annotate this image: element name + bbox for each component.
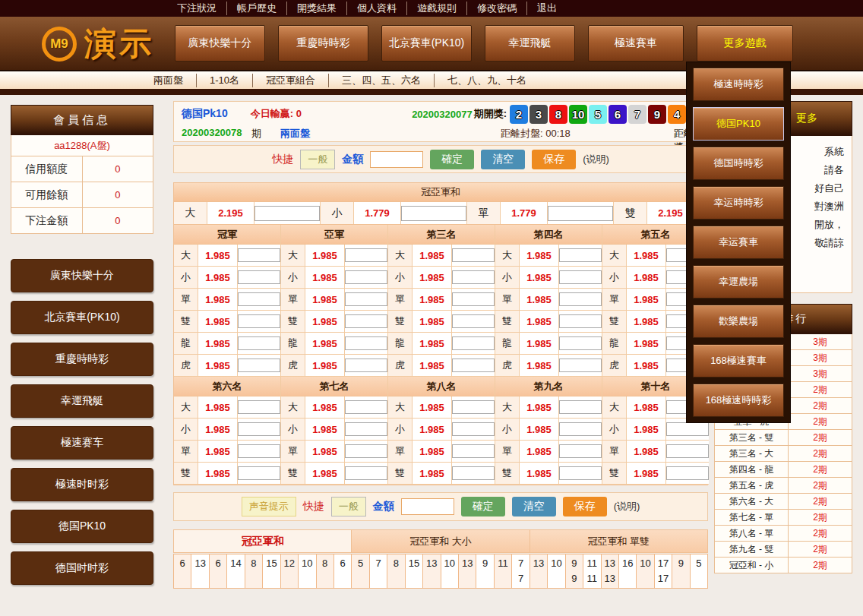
more-menu-item[interactable]: 168極速賽車 — [693, 344, 784, 377]
position-bet-input[interactable] — [345, 422, 387, 436]
more-menu-item[interactable]: 幸运賽車 — [693, 226, 784, 259]
top-menu-item[interactable]: 修改密碼 — [467, 2, 527, 15]
trend-cell: 16 — [619, 554, 637, 588]
sidebar-game-button[interactable]: 德国时时彩 — [11, 551, 153, 585]
confirm-button[interactable]: 確定 — [461, 497, 505, 516]
position-bet-input[interactable] — [345, 270, 387, 284]
position-bet-input[interactable] — [345, 359, 387, 372]
mode-button[interactable]: 一般 — [300, 150, 335, 169]
position-bet-input[interactable] — [345, 336, 387, 350]
sub-nav-item[interactable]: 兩面盤 — [141, 74, 197, 87]
position-bet-input[interactable] — [452, 270, 495, 284]
position-bet-input[interactable] — [452, 359, 495, 372]
position-bet-input[interactable] — [559, 336, 602, 350]
save-button[interactable]: 保存 — [532, 150, 576, 169]
position-bet-input[interactable] — [345, 292, 387, 306]
more-menu-item[interactable]: 幸运時時彩 — [693, 186, 784, 220]
game-nav-button[interactable]: 廣東快樂十分 — [175, 25, 265, 62]
position-bet-input[interactable] — [345, 248, 387, 262]
more-menu-item[interactable]: 歡樂農場 — [693, 305, 784, 338]
position-bet-input[interactable] — [238, 336, 280, 350]
sub-nav-item[interactable]: 三、四、五、六名 — [329, 74, 435, 87]
top-menu-item[interactable]: 遊戲規則 — [407, 2, 467, 15]
position-bet-input[interactable] — [345, 314, 387, 328]
game-nav-button[interactable]: 重慶時時彩 — [278, 25, 368, 62]
game-nav-button[interactable]: 幸運飛艇 — [485, 25, 575, 62]
amount-input[interactable] — [401, 498, 454, 515]
position-bet-input[interactable] — [559, 292, 602, 306]
sidebar-game-button[interactable]: 幸運飛艇 — [11, 384, 153, 418]
clear-button[interactable]: 清空 — [512, 497, 556, 516]
more-menu-item[interactable]: 極速時時彩 — [693, 68, 784, 101]
position-bet-input[interactable] — [559, 466, 602, 480]
game-nav-button[interactable]: 北京賽車(PK10) — [381, 25, 472, 62]
position-bet-input[interactable] — [666, 466, 709, 480]
more-games-button[interactable]: 更多遊戲 — [697, 25, 793, 62]
position-bet-input[interactable] — [559, 444, 602, 458]
save-button[interactable]: 保存 — [563, 497, 607, 516]
position-bet-input[interactable] — [238, 248, 280, 262]
mode-button[interactable]: 一般 — [331, 497, 366, 516]
sub-nav-item[interactable]: 七、八、九、十名 — [435, 74, 539, 87]
position-bet-input[interactable] — [452, 466, 495, 480]
more-menu-item[interactable]: 幸運農場 — [693, 265, 784, 299]
announcement-more-link[interactable]: 更多 — [796, 112, 817, 125]
position-bet-input[interactable] — [238, 422, 280, 436]
position-bet-input[interactable] — [238, 400, 280, 414]
position-bet-input[interactable] — [345, 444, 387, 458]
amount-input[interactable] — [370, 151, 423, 168]
position-bet-input[interactable] — [559, 248, 602, 262]
member-row: 可用餘額0 — [11, 182, 153, 208]
position-bet-input[interactable] — [559, 422, 602, 436]
sound-alert-button[interactable]: 声音提示 — [242, 497, 296, 516]
position-bet-input[interactable] — [238, 444, 280, 458]
position-bet-input[interactable] — [559, 359, 602, 372]
position-bet-input[interactable] — [452, 248, 495, 262]
sidebar-game-button[interactable]: 重慶時時彩 — [11, 343, 153, 376]
position-bet-input[interactable] — [559, 400, 602, 414]
sum-bet-input[interactable] — [401, 206, 466, 221]
trend-tab[interactable]: 冠亞軍和 大小 — [352, 530, 529, 552]
top-menu-item[interactable]: 開獎結果 — [287, 2, 347, 15]
note-label[interactable]: (说明) — [614, 500, 640, 513]
top-menu-item[interactable]: 下注狀況 — [167, 2, 227, 15]
confirm-button[interactable]: 確定 — [430, 150, 474, 169]
position-bet-input[interactable] — [452, 422, 495, 436]
position-bet-input[interactable] — [238, 314, 280, 328]
position-bet-input[interactable] — [559, 270, 602, 284]
sidebar-game-button[interactable]: 德国PK10 — [11, 510, 153, 543]
more-menu-item[interactable]: 德国PK10 — [693, 107, 784, 141]
position-bet-input[interactable] — [345, 466, 387, 480]
trend-tab[interactable]: 冠亞軍和 — [174, 530, 352, 552]
sidebar-game-button[interactable]: 極速时时彩 — [11, 468, 153, 501]
position-bet-input[interactable] — [452, 292, 495, 306]
position-bet-input[interactable] — [345, 400, 387, 414]
sum-bet-input[interactable] — [548, 206, 613, 221]
position-bet-input[interactable] — [238, 359, 280, 372]
top-menu-item[interactable]: 退出 — [527, 2, 567, 15]
sum-bet-input[interactable] — [254, 206, 320, 221]
sidebar-game-button[interactable]: 極速赛车 — [11, 426, 153, 460]
sub-nav-item[interactable]: 冠亞軍組合 — [253, 74, 329, 87]
position-bet-input[interactable] — [238, 270, 280, 284]
position-bet-input[interactable] — [452, 400, 495, 414]
trend-tab[interactable]: 冠亞軍和 單雙 — [530, 530, 707, 552]
more-menu-item[interactable]: 德国時時彩 — [693, 147, 784, 180]
position-bet-input[interactable] — [452, 444, 495, 458]
note-label[interactable]: (说明) — [583, 153, 609, 166]
more-menu-item[interactable]: 168極速時時彩 — [693, 384, 784, 417]
clear-button[interactable]: 清空 — [481, 150, 525, 169]
sidebar-game-button[interactable]: 廣東快樂十分 — [11, 259, 153, 292]
position-bet-input[interactable] — [238, 466, 280, 480]
top-menu-item[interactable]: 個人資料 — [347, 2, 407, 15]
position-bet-input[interactable] — [238, 292, 280, 306]
position-bet-input[interactable] — [666, 444, 709, 458]
position-bet-input[interactable] — [452, 336, 495, 350]
game-nav-button[interactable]: 極速賽車 — [588, 25, 684, 62]
position-bet-input[interactable] — [452, 314, 495, 328]
sub-nav-item[interactable]: 1-10名 — [197, 74, 253, 87]
top-menu-item[interactable]: 帳戶歷史 — [227, 2, 287, 15]
position-bet-input[interactable] — [559, 314, 602, 328]
sidebar-game-button[interactable]: 北京賽車(PK10) — [11, 301, 153, 334]
position-bet-input[interactable] — [666, 422, 709, 436]
